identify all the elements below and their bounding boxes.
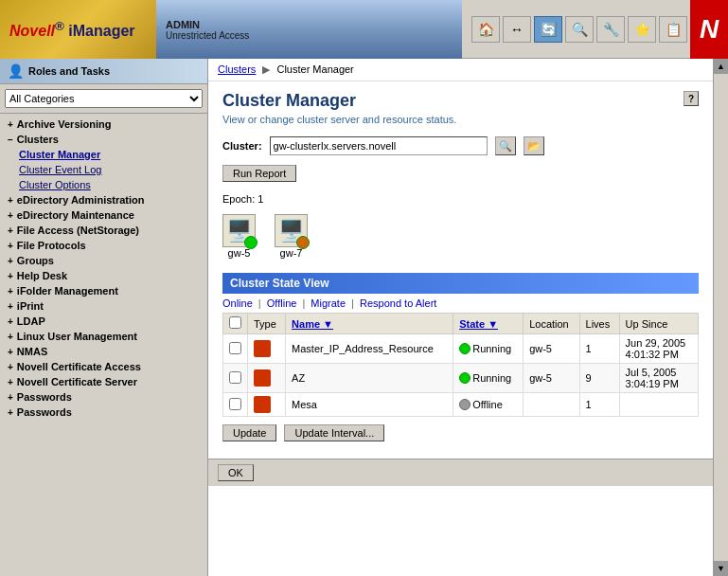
- sidebar-item-cluster-event-log[interactable]: Cluster Event Log: [0, 162, 207, 177]
- update-button[interactable]: Update: [222, 424, 276, 441]
- node-gw5[interactable]: 🖥️ gw-5: [222, 214, 256, 259]
- sidebar-item-cluster-manager[interactable]: Cluster Manager: [0, 147, 207, 162]
- status-indicator: [459, 343, 471, 354]
- sidebar-item-label: Passwords: [17, 391, 72, 403]
- row-lives: 1: [579, 393, 619, 417]
- toolbar-tasks-btn[interactable]: 📋: [659, 16, 687, 43]
- row-up-since: [619, 393, 698, 417]
- expand-icon: +: [8, 286, 13, 297]
- row-name: Master_IP_Address_Resource: [286, 334, 453, 364]
- page-title: Cluster Manager: [222, 91, 456, 111]
- row-location: [524, 393, 579, 417]
- toolbar-refresh-btn[interactable]: 🔄: [534, 16, 562, 43]
- sidebar-item-help-desk[interactable]: + Help Desk: [0, 268, 207, 283]
- sidebar-item-iprint[interactable]: + iPrint: [0, 298, 207, 314]
- breadcrumb-parent[interactable]: Clusters: [218, 63, 256, 75]
- expand-icon: +: [8, 241, 13, 251]
- select-all-checkbox[interactable]: [229, 316, 241, 329]
- user-name: ADMIN: [166, 19, 462, 30]
- sidebar-item-edirectory-admin[interactable]: + eDirectory Administration: [0, 192, 207, 207]
- collapse-icon: −: [8, 135, 13, 145]
- toolbar-favorites-btn[interactable]: ⭐: [628, 16, 656, 43]
- action-offline[interactable]: Offline: [267, 297, 297, 309]
- table-footer: Update Update Interval...: [222, 417, 699, 449]
- sidebar-item-partition-replica[interactable]: + Passwords: [0, 389, 207, 405]
- sidebar-item-novell-cert-access[interactable]: + Novell Certificate Access: [0, 359, 207, 374]
- sidebar-item-file-protocols[interactable]: + File Protocols: [0, 238, 207, 253]
- toolbar-search-btn[interactable]: 🔍: [565, 16, 594, 43]
- action-respond-alert[interactable]: Respond to Alert: [360, 297, 436, 309]
- cluster-input[interactable]: [270, 136, 488, 155]
- epoch-value: 1: [257, 193, 263, 205]
- bottom-bar: OK: [208, 459, 713, 486]
- sidebar-item-ifolder[interactable]: + iFolder Management: [0, 283, 207, 298]
- sidebar-item-clusters[interactable]: − Clusters: [0, 132, 207, 147]
- toolbar-nav-btn[interactable]: ↔: [503, 16, 531, 43]
- expand-icon: +: [8, 301, 13, 312]
- row-checkbox[interactable]: [229, 398, 241, 410]
- col-name-link[interactable]: Name ▼: [292, 318, 333, 330]
- category-dropdown[interactable]: All Categories: [5, 89, 203, 108]
- row-checkbox[interactable]: [229, 342, 241, 354]
- sidebar-item-label: LDAP: [17, 315, 45, 327]
- sidebar-item-label: Novell Certificate Server: [17, 376, 137, 387]
- expand-icon: +: [8, 119, 13, 130]
- ok-button[interactable]: OK: [218, 464, 254, 481]
- nodes-row: 🖥️ gw-5 🖥️ gw-7: [222, 214, 699, 259]
- sidebar-item-nmas[interactable]: + NMAS: [0, 344, 207, 359]
- sidebar-item-groups[interactable]: + Groups: [0, 253, 207, 268]
- sidebar-item-passwords[interactable]: + Passwords: [0, 405, 207, 420]
- vertical-scrollbar[interactable]: ▲ ▼: [713, 59, 728, 576]
- toolbar-home-btn[interactable]: 🏠: [471, 16, 500, 43]
- category-selector[interactable]: All Categories: [0, 84, 207, 114]
- sidebar-item-ldap[interactable]: + LDAP: [0, 314, 207, 329]
- cluster-search-btn[interactable]: 🔍: [495, 136, 516, 155]
- toolbar-tools-btn[interactable]: 🔧: [596, 16, 625, 43]
- scroll-down-btn[interactable]: ▼: [714, 561, 728, 576]
- app-title: Novell® iManager: [9, 19, 135, 40]
- update-interval-button[interactable]: Update Interval...: [284, 424, 384, 441]
- sidebar-item-edirectory-maint[interactable]: + eDirectory Maintenance: [0, 207, 207, 223]
- action-online[interactable]: Online: [222, 297, 253, 309]
- col-location: Location: [524, 314, 579, 334]
- row-state: Running: [453, 364, 524, 393]
- access-level: Unrestricted Access: [166, 30, 462, 41]
- run-report-button[interactable]: Run Report: [222, 165, 296, 182]
- row-checkbox[interactable]: [229, 371, 241, 384]
- table-row: Mesa Offline 1: [223, 393, 699, 417]
- breadcrumb: Clusters ▶ Cluster Manager: [208, 59, 713, 81]
- sidebar-item-label: Linux User Management: [17, 331, 137, 342]
- sidebar-item-cluster-options[interactable]: Cluster Options: [0, 177, 207, 192]
- app-logo: Novell® iManager: [0, 0, 156, 59]
- row-name: AZ: [286, 364, 453, 393]
- help-icon[interactable]: ?: [684, 91, 699, 106]
- row-location: gw-5: [524, 364, 579, 393]
- col-state-link[interactable]: State ▼: [459, 318, 498, 330]
- scroll-up-btn[interactable]: ▲: [714, 59, 728, 74]
- row-name: Mesa: [286, 393, 453, 417]
- sidebar-item-label: iFolder Management: [17, 285, 118, 297]
- sidebar-item-label: eDirectory Administration: [17, 194, 145, 206]
- node-status-badge: [296, 236, 310, 249]
- row-state: Offline: [453, 393, 524, 417]
- expand-icon: +: [8, 225, 13, 236]
- node-gw7[interactable]: 🖥️ gw-7: [275, 214, 308, 259]
- state-label: Running: [472, 372, 511, 384]
- row-lives: 1: [579, 334, 619, 364]
- sidebar-item-archive[interactable]: + Archive Versioning: [0, 117, 207, 132]
- action-migrate[interactable]: Migrate: [311, 297, 346, 309]
- cluster-browse-btn[interactable]: 📂: [524, 136, 544, 155]
- status-indicator: [459, 372, 471, 384]
- col-lives: Lives: [579, 314, 619, 334]
- sidebar-item-label: Clusters: [17, 134, 59, 145]
- sidebar-item-linux-user[interactable]: + Linux User Management: [0, 329, 207, 344]
- state-actions: Online | Offline | Migrate | Respond to …: [222, 294, 699, 313]
- sidebar-item-file-access[interactable]: + File Access (NetStorage): [0, 223, 207, 238]
- col-name: Name ▼: [286, 314, 453, 334]
- sidebar-item-label: Help Desk: [17, 270, 67, 281]
- page-subtitle: View or change cluster server and resour…: [222, 114, 456, 125]
- status-indicator: [459, 399, 471, 410]
- row-state: Running: [453, 334, 524, 364]
- sidebar-item-novell-cert-server[interactable]: + Novell Certificate Server: [0, 374, 207, 389]
- col-checkbox: [223, 314, 248, 334]
